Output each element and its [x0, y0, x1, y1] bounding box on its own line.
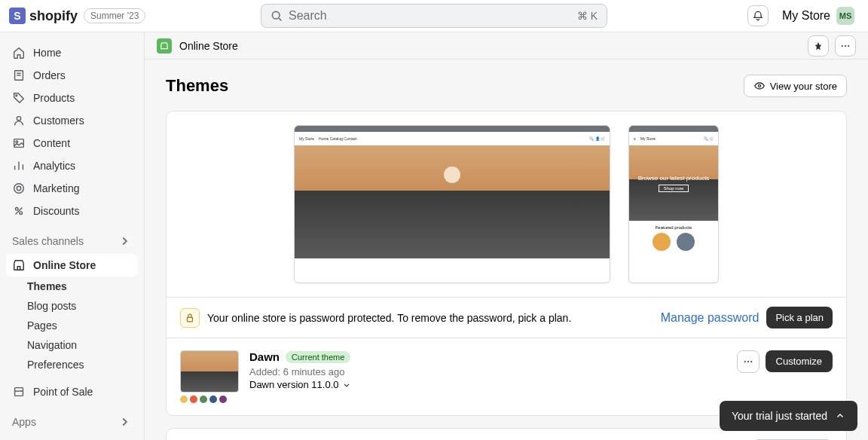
button-label: View your store [770, 81, 837, 92]
nav-label: Products [33, 92, 75, 104]
section-label: Sales channels [12, 235, 84, 247]
store-icon [12, 258, 26, 272]
nav-label: Marketing [33, 182, 79, 194]
pin-icon [813, 41, 824, 51]
theme-more-button[interactable] [737, 350, 760, 373]
svg-point-22 [842, 44, 843, 46]
search-icon [270, 10, 283, 22]
pin-button[interactable] [808, 35, 829, 57]
marketing-icon [12, 182, 26, 195]
logo-badge-icon: S [9, 8, 26, 24]
nav-add-apps[interactable]: Add apps [6, 435, 138, 440]
nav-orders[interactable]: Orders [6, 64, 138, 87]
view-store-button[interactable]: View your store [744, 75, 847, 97]
preview-shop-button: Shop now [659, 185, 689, 192]
mobile-preview: ≡My Store🔍 🛒 Browse our latest products … [628, 125, 719, 283]
svg-line-1 [279, 18, 281, 20]
nav-label: Content [33, 137, 70, 149]
customers-icon [12, 114, 26, 127]
nav-discounts[interactable]: Discounts [6, 200, 138, 222]
pick-plan-button[interactable]: Pick a plan [766, 307, 833, 328]
store-switcher[interactable]: My Store MS [778, 4, 859, 28]
nav-label: Home [33, 47, 61, 59]
nav-online-store[interactable]: Online Store [6, 254, 138, 277]
chevron-down-icon[interactable] [342, 380, 351, 390]
password-text: Your online store is password protected.… [207, 312, 653, 324]
desktop-preview: My Store Home Catalog Contact 🔍 👤 🛒 [294, 125, 610, 283]
nav-sub-blog-posts[interactable]: Blog posts [6, 296, 138, 316]
nav-content[interactable]: Content [6, 132, 138, 154]
sidebar: Home Orders Products Customers Content A… [0, 32, 145, 440]
top-bar: S shopify Summer '23 Search ⌘ K My Store… [0, 0, 868, 32]
toast-text: Your trial just started [732, 410, 827, 422]
chevron-right-icon [118, 234, 132, 248]
nav-sub-themes[interactable]: Themes [6, 277, 138, 296]
nav-label: Discounts [33, 205, 79, 217]
svg-point-8 [16, 141, 18, 143]
lock-icon-wrap [180, 308, 200, 328]
nav-customers[interactable]: Customers [6, 109, 138, 132]
svg-line-16 [16, 208, 23, 215]
theme-version: Dawn version 11.0.0 [249, 379, 339, 390]
svg-point-6 [17, 117, 20, 121]
nav-sub-preferences[interactable]: Preferences [6, 355, 138, 374]
chevron-up-icon [835, 411, 845, 421]
nav-sub-pages[interactable]: Pages [6, 316, 138, 335]
svg-point-15 [20, 212, 23, 215]
eye-icon [753, 80, 766, 92]
apps-header[interactable]: Apps [6, 409, 138, 435]
password-banner: Your online store is password protected.… [167, 297, 846, 338]
content-icon [12, 136, 26, 150]
chevron-right-icon [118, 415, 132, 429]
nav-label: Orders [33, 69, 66, 81]
preview-hero-text: Browse our latest products [638, 175, 710, 182]
discounts-icon [12, 204, 26, 218]
nav-products[interactable]: Products [6, 87, 138, 109]
color-swatches [180, 396, 239, 403]
logo-text: shopify [29, 8, 78, 24]
products-icon [12, 91, 26, 105]
theme-name: Dawn [249, 350, 280, 363]
manage-password-link[interactable]: Manage password [661, 311, 760, 325]
customize-button[interactable]: Customize [766, 350, 833, 372]
bell-icon [752, 10, 764, 22]
trial-toast[interactable]: Your trial just started [720, 401, 857, 431]
more-button[interactable] [835, 35, 856, 57]
preview-featured-label: Featured products [656, 225, 692, 230]
nav-label: Online Store [33, 259, 96, 271]
pos-icon [12, 385, 26, 399]
current-theme-card: My Store Home Catalog Contact 🔍 👤 🛒 ≡My … [166, 111, 847, 416]
notifications-button[interactable] [747, 5, 769, 26]
svg-point-24 [848, 44, 849, 46]
page-title: Online Store [179, 40, 238, 52]
store-avatar: MS [836, 7, 854, 25]
svg-point-27 [744, 361, 745, 362]
svg-rect-26 [188, 317, 193, 322]
summer-badge: Summer '23 [84, 8, 145, 23]
sales-channels-header[interactable]: Sales channels [6, 228, 138, 254]
svg-point-12 [14, 184, 24, 194]
svg-point-5 [16, 95, 17, 96]
analytics-icon [12, 159, 26, 173]
page-header: Online Store [145, 32, 868, 60]
lock-icon [185, 313, 195, 323]
current-theme-badge: Current theme [286, 351, 350, 363]
svg-point-29 [750, 361, 752, 362]
shopify-logo[interactable]: S shopify [9, 8, 78, 24]
nav-label: Customers [33, 115, 84, 127]
svg-rect-17 [15, 388, 23, 396]
nav-marketing[interactable]: Marketing [6, 177, 138, 200]
svg-point-25 [758, 84, 760, 87]
online-store-icon [157, 38, 172, 53]
preview-nav-links: Home Catalog Contact [319, 136, 357, 141]
theme-thumbnail [180, 350, 239, 393]
preview-store-name: My Store [299, 136, 314, 141]
nav-label: Point of Sale [33, 386, 93, 398]
preview-nav-icons: 🔍 👤 🛒 [589, 136, 605, 141]
search-input[interactable]: Search ⌘ K [261, 4, 607, 28]
nav-sub-navigation[interactable]: Navigation [6, 335, 138, 355]
search-placeholder: Search [289, 9, 327, 23]
nav-analytics[interactable]: Analytics [6, 154, 138, 177]
nav-point-of-sale[interactable]: Point of Sale [6, 380, 138, 403]
nav-home[interactable]: Home [6, 41, 138, 64]
